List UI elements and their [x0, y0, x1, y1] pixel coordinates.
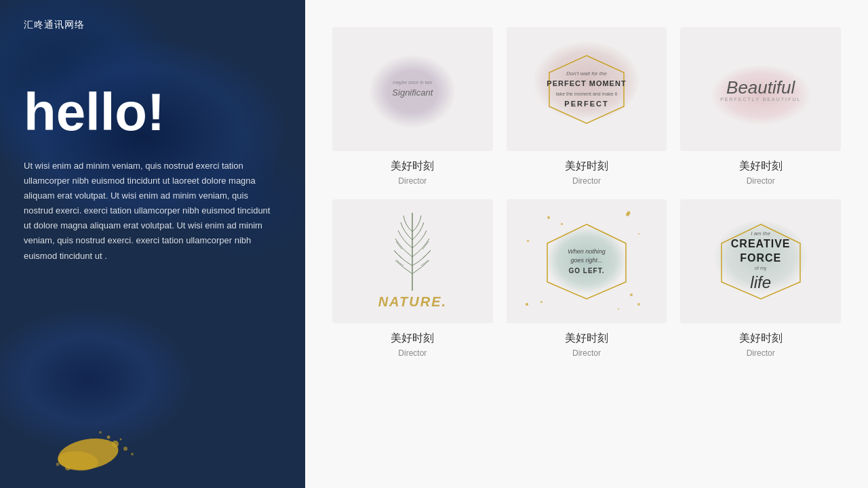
- card-3-subtitle: Director: [747, 176, 775, 186]
- card-2-subtitle: Director: [572, 176, 601, 186]
- card-2-line3: take the moment and make it: [556, 92, 617, 96]
- hello-title: hello!: [24, 85, 281, 138]
- card-2-title: 美好时刻: [565, 159, 608, 174]
- fern-svg: [389, 206, 436, 294]
- card-4-title: 美好时刻: [391, 331, 434, 346]
- card-1-title: 美好时刻: [391, 159, 434, 174]
- card-2-line2: PERFECT MOMENT: [547, 79, 626, 87]
- card-5-line2: goes right...: [568, 256, 606, 266]
- svg-point-13: [526, 303, 528, 306]
- card-image-4: NATURE.: [332, 199, 493, 323]
- card-4: NATURE. 美好时刻 Director: [332, 199, 493, 358]
- svg-point-15: [637, 303, 640, 306]
- company-name: 汇咚通讯网络: [24, 19, 281, 31]
- card-6-of: of my: [731, 265, 791, 271]
- card-3-text: Beautiful PERFECTLY BEAUTIFUL: [720, 77, 801, 102]
- card-2-line1: Don't wait for the: [566, 70, 607, 77]
- cards-grid-bottom: NATURE. 美好时刻 Director: [332, 199, 841, 358]
- card-3-title: 美好时刻: [739, 159, 783, 174]
- card-6-force: CREATIVE: [731, 237, 791, 251]
- card-1: maybe once in two Significant 美好时刻 Direc…: [332, 27, 493, 186]
- card-image-2: Don't wait for the PERFECT MOMENT take t…: [507, 27, 667, 151]
- card-image-3: Beautiful PERFECTLY BEAUTIFUL: [680, 27, 841, 151]
- card-5-text: When nothing goes right... GO LEFT.: [568, 247, 606, 276]
- card-4-subtitle: Director: [398, 348, 427, 358]
- card-6-text: I am the CREATIVE FORCE of my life: [731, 230, 791, 292]
- card-1-main-text: Significant: [392, 87, 433, 98]
- card-image-1: maybe once in two Significant: [332, 27, 493, 151]
- description-text: Ut wisi enim ad minim veniam, quis nostr…: [24, 159, 275, 264]
- card-6: I am the CREATIVE FORCE of my life 美好时刻 …: [680, 199, 841, 358]
- card-4-nature-text: NATURE.: [378, 294, 447, 310]
- card-5-title: 美好时刻: [565, 331, 608, 346]
- card-5-line3: GO LEFT.: [568, 266, 606, 276]
- svg-point-14: [627, 211, 630, 215]
- card-2-line4: PERFECT: [564, 100, 608, 108]
- card-1-subtitle: Director: [398, 176, 427, 186]
- card-image-5: When nothing goes right... GO LEFT.: [507, 199, 667, 323]
- card-6-force2: FORCE: [731, 251, 791, 266]
- card-3: Beautiful PERFECTLY BEAUTIFUL 美好时刻 Direc…: [680, 27, 841, 186]
- card-6-subtitle: Director: [747, 348, 775, 358]
- card-3-main: Beautiful: [720, 77, 801, 98]
- card-6-pre: I am the: [731, 230, 791, 237]
- card-1-small-text: maybe once in two: [392, 79, 433, 87]
- left-panel: 汇咚通讯网络 hello! Ut wisi enim ad minim veni…: [0, 0, 305, 488]
- left-content: 汇咚通讯网络 hello! Ut wisi enim ad minim veni…: [0, 0, 305, 488]
- card-image-6: I am the CREATIVE FORCE of my life: [680, 199, 841, 323]
- card-5: When nothing goes right... GO LEFT. 美好时刻…: [507, 199, 667, 358]
- card-1-text: maybe once in two Significant: [392, 79, 433, 100]
- card-5-line1: When nothing: [568, 247, 606, 257]
- right-panel: maybe once in two Significant 美好时刻 Direc…: [305, 0, 868, 488]
- cards-grid-top: maybe once in two Significant 美好时刻 Direc…: [332, 27, 841, 186]
- card-5-subtitle: Director: [572, 348, 601, 358]
- card-2: Don't wait for the PERFECT MOMENT take t…: [507, 27, 667, 186]
- card-2-text: Don't wait for the PERFECT MOMENT take t…: [547, 69, 626, 110]
- card-6-title: 美好时刻: [739, 331, 783, 346]
- card-6-life: life: [731, 271, 791, 292]
- card-3-sub: PERFECTLY BEAUTIFUL: [720, 97, 801, 102]
